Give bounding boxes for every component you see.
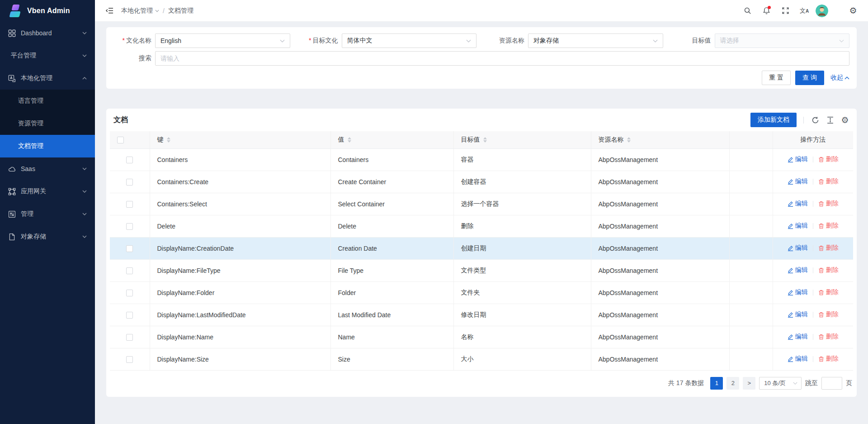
vben-logo-icon (9, 5, 23, 17)
edit-button[interactable]: 编辑 (788, 177, 808, 186)
page-jump-input[interactable] (821, 377, 842, 390)
add-document-button[interactable]: 添加新文档 (750, 113, 797, 127)
sort-target-control[interactable] (483, 137, 487, 143)
delete-button[interactable]: 删除 (818, 355, 839, 363)
app-logo[interactable]: Vben Admin (0, 0, 95, 22)
bell-icon[interactable] (759, 3, 774, 19)
cell-key: Containers:Select (150, 193, 330, 215)
resource-name-label: 资源名称 (486, 37, 528, 45)
settings-gear-icon[interactable]: ⚙ (845, 3, 861, 19)
trash-icon (818, 223, 824, 229)
delete-button[interactable]: 删除 (818, 177, 839, 186)
sidebar-item-resource-management[interactable]: 资源管理 (0, 112, 95, 135)
cell-key: DisplayName:Size (150, 348, 330, 370)
delete-button[interactable]: 删除 (818, 288, 839, 296)
sidebar-item-dashboard[interactable]: Dashboard (0, 22, 95, 44)
cell-spacer (729, 237, 773, 259)
delete-button[interactable]: 删除 (818, 244, 839, 252)
edit-button[interactable]: 编辑 (788, 310, 808, 319)
sidebar-item-localization[interactable]: 本地化管理 (0, 67, 95, 90)
panel-title: 文档 (113, 115, 128, 125)
search-input[interactable] (160, 55, 844, 62)
edit-button[interactable]: 编辑 (788, 355, 808, 363)
row-height-icon[interactable] (826, 115, 835, 124)
trash-icon (818, 179, 824, 185)
edit-button[interactable]: 编辑 (788, 200, 808, 208)
column-header-spacer (729, 131, 773, 148)
file-icon (8, 233, 16, 241)
cell-resource: AbpOssManagement (591, 326, 729, 348)
delete-button[interactable]: 删除 (818, 222, 839, 230)
row-checkbox[interactable] (126, 157, 133, 163)
sort-key-control[interactable] (167, 137, 170, 143)
row-checkbox[interactable] (126, 223, 133, 230)
row-checkbox[interactable] (126, 312, 133, 319)
edit-button[interactable]: 编辑 (788, 155, 808, 163)
edit-button[interactable]: 编辑 (788, 266, 808, 274)
avatar[interactable] (816, 5, 828, 17)
search-icon[interactable] (740, 3, 755, 19)
chevron-down-icon (82, 167, 87, 170)
translate-icon[interactable]: 文A (797, 3, 812, 19)
delete-button[interactable]: 删除 (818, 155, 839, 163)
delete-button[interactable]: 删除 (818, 200, 839, 208)
jump-label: 跳至 (805, 379, 818, 387)
cell-spacer (729, 326, 773, 348)
page-button-2[interactable]: 2 (726, 377, 739, 390)
fullscreen-icon[interactable] (778, 3, 793, 19)
delete-button[interactable]: 删除 (818, 266, 839, 274)
sidebar-item-object-storage[interactable]: 对象存储 (0, 225, 95, 248)
sidebar-item-document-management[interactable]: 文档管理 (0, 135, 95, 157)
collapse-filter-link[interactable]: 收起 (830, 74, 849, 82)
cell-value: Select Container (330, 193, 453, 215)
row-checkbox[interactable] (126, 179, 133, 186)
sort-value-control[interactable] (348, 137, 351, 143)
row-checkbox[interactable] (126, 290, 133, 296)
edit-button[interactable]: 编辑 (788, 244, 808, 252)
sort-resource-control[interactable] (627, 137, 631, 143)
next-page-button[interactable]: > (743, 377, 755, 390)
column-header-target: 目标值 (461, 136, 480, 144)
row-checkbox[interactable] (126, 356, 133, 363)
cell-key: Containers (150, 148, 330, 171)
action-divider (813, 157, 813, 162)
target-value-select[interactable]: 请选择 (715, 33, 850, 48)
row-checkbox[interactable] (126, 201, 133, 208)
row-checkbox[interactable] (126, 245, 133, 252)
row-checkbox[interactable] (126, 334, 133, 341)
cell-value: File Type (330, 259, 453, 281)
target-value-placeholder: 请选择 (720, 37, 739, 45)
delete-button[interactable]: 删除 (818, 310, 839, 319)
refresh-icon[interactable] (811, 115, 820, 124)
sidebar-item-manage[interactable]: 管理 (0, 203, 95, 225)
cell-target: 创建日期 (453, 237, 591, 259)
cell-key: DisplayName:CreationDate (150, 237, 330, 259)
table-row: DisplayName:Size Size 大小 AbpOssManagemen… (110, 348, 853, 370)
reset-button[interactable]: 重 置 (762, 71, 791, 85)
cell-resource: AbpOssManagement (591, 171, 729, 193)
sidebar-item-gateway[interactable]: 应用网关 (0, 180, 95, 203)
select-all-checkbox[interactable] (117, 137, 124, 143)
breadcrumb-item-localization[interactable]: 本地化管理 (121, 7, 159, 15)
target-culture-select[interactable]: 简体中文 (342, 33, 477, 48)
delete-button[interactable]: 删除 (818, 333, 839, 341)
page-button-1[interactable]: 1 (710, 377, 723, 390)
edit-button[interactable]: 编辑 (788, 288, 808, 296)
documents-panel: 文档 添加新文档 ⚙ (106, 109, 857, 397)
page-size-select[interactable]: 10 条/页 (759, 377, 802, 390)
sidebar-item-language-management[interactable]: 语言管理 (0, 90, 95, 112)
sidebar-item-label: 本地化管理 (21, 74, 52, 82)
sidebar-item-saas[interactable]: Saas (0, 157, 95, 180)
action-divider (813, 201, 813, 207)
row-checkbox[interactable] (126, 267, 133, 274)
sidebar-item-platform[interactable]: 平台管理 (0, 44, 95, 67)
edit-button[interactable]: 编辑 (788, 333, 808, 341)
resource-name-select[interactable]: 对象存储 (528, 33, 663, 48)
edit-button[interactable]: 编辑 (788, 222, 808, 230)
query-button[interactable]: 查 询 (795, 71, 824, 85)
column-settings-gear-icon[interactable]: ⚙ (840, 115, 849, 124)
menu-fold-icon[interactable] (102, 4, 117, 18)
chevron-up-icon (82, 77, 87, 80)
target-culture-value: 简体中文 (347, 37, 373, 45)
culture-name-select[interactable]: English (155, 33, 290, 48)
